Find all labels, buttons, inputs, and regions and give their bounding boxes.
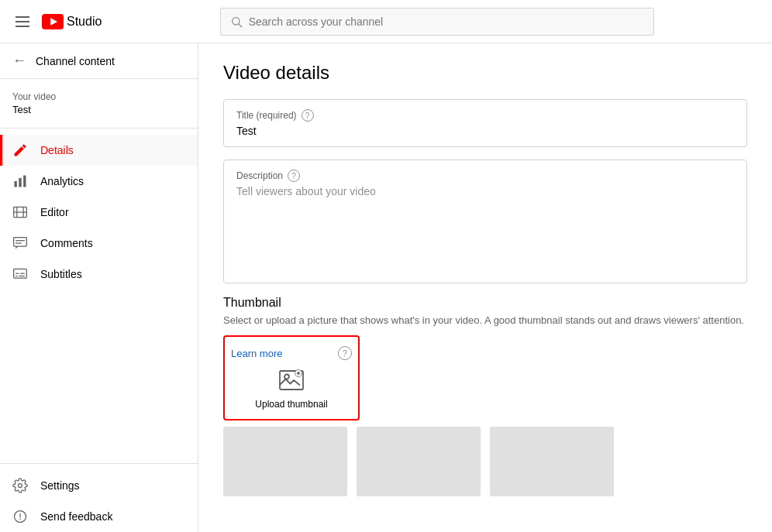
search-bar <box>220 8 654 36</box>
title-field-box: Title (required) ? Test <box>223 99 747 147</box>
svg-rect-5 <box>19 178 21 187</box>
channel-content-label: Channel content <box>36 55 115 67</box>
feedback-icon <box>12 509 28 524</box>
thumbnail-desc: Select or upload a picture that shows wh… <box>223 314 747 326</box>
sidebar-divider-2 <box>0 463 198 464</box>
your-video-title: Test <box>12 104 185 115</box>
youtube-icon <box>42 14 64 29</box>
editor-icon <box>12 204 28 220</box>
title-label: Title (required) ? <box>236 109 734 122</box>
sidebar-item-analytics[interactable]: Analytics <box>0 166 198 197</box>
topbar: Studio <box>0 0 772 43</box>
sidebar-item-settings[interactable]: Settings <box>0 470 198 501</box>
search-icon <box>230 15 243 28</box>
svg-point-24 <box>284 375 289 379</box>
thumbnail-placeholder-2 <box>357 427 481 496</box>
sidebar: ← Channel content Your video Test Detail… <box>0 43 198 532</box>
sidebar-item-send-feedback[interactable]: Send feedback <box>0 501 198 532</box>
upload-thumbnail-box[interactable]: Learn more ? Upload thumbnail <box>223 335 360 420</box>
thumbnail-placeholder-1 <box>223 427 347 496</box>
page-title: Video details <box>223 62 747 84</box>
topbar-left: Studio <box>12 13 102 30</box>
sidebar-subtitles-label: Subtitles <box>40 268 82 280</box>
thumbnail-section: Thumbnail Select or upload a picture tha… <box>223 296 747 496</box>
sidebar-item-comments[interactable]: Comments <box>0 228 198 259</box>
svg-point-22 <box>19 519 21 520</box>
subtitles-icon <box>12 266 28 282</box>
your-video-label: Your video <box>12 91 185 102</box>
thumbnail-placeholder-3 <box>490 427 614 496</box>
sidebar-settings-label: Settings <box>40 479 80 492</box>
studio-label: Studio <box>67 15 102 29</box>
description-field-box: Description ? Tell viewers about your vi… <box>223 160 747 283</box>
svg-point-19 <box>19 484 22 488</box>
sidebar-analytics-label: Analytics <box>40 175 84 187</box>
analytics-icon <box>12 173 28 189</box>
sidebar-divider-1 <box>0 128 198 129</box>
svg-rect-11 <box>14 238 27 247</box>
sidebar-comments-label: Comments <box>40 237 93 249</box>
youtube-logo: Studio <box>42 14 102 29</box>
sidebar-item-subtitles[interactable]: Subtitles <box>0 259 198 290</box>
settings-icon <box>12 478 28 493</box>
back-arrow-icon: ← <box>12 53 26 69</box>
description-help-icon[interactable]: ? <box>288 170 300 182</box>
learn-more-link[interactable]: Learn more <box>231 348 282 359</box>
title-help-icon[interactable]: ? <box>302 109 314 122</box>
svg-line-3 <box>239 24 242 27</box>
sidebar-spacer <box>0 290 198 457</box>
comments-icon <box>12 235 28 251</box>
sidebar-feedback-label: Send feedback <box>40 510 112 523</box>
sidebar-item-details[interactable]: Details <box>0 135 198 166</box>
title-value[interactable]: Test <box>236 125 734 137</box>
sidebar-details-label: Details <box>40 144 74 156</box>
channel-content-header[interactable]: ← Channel content <box>0 43 198 79</box>
svg-rect-4 <box>15 181 17 187</box>
description-label: Description ? <box>236 170 734 182</box>
description-placeholder[interactable]: Tell viewers about your video <box>236 185 734 197</box>
layout: ← Channel content Your video Test Detail… <box>0 43 772 532</box>
thumbnail-title: Thumbnail <box>223 296 747 310</box>
upload-label: Upload thumbnail <box>255 399 327 410</box>
sidebar-item-editor[interactable]: Editor <box>0 197 198 228</box>
search-input[interactable] <box>249 15 644 28</box>
upload-image-icon <box>277 366 305 394</box>
upload-inner: Upload thumbnail <box>255 366 327 410</box>
svg-rect-6 <box>23 176 26 187</box>
thumbnail-placeholders <box>223 427 747 496</box>
main-content: Video details Title (required) ? Test De… <box>198 43 772 532</box>
your-video-section: Your video Test <box>0 79 198 122</box>
sidebar-editor-label: Editor <box>40 206 69 218</box>
pencil-icon <box>12 142 28 158</box>
menu-button[interactable] <box>12 13 33 30</box>
thumbnail-help-icon[interactable]: ? <box>338 346 352 360</box>
